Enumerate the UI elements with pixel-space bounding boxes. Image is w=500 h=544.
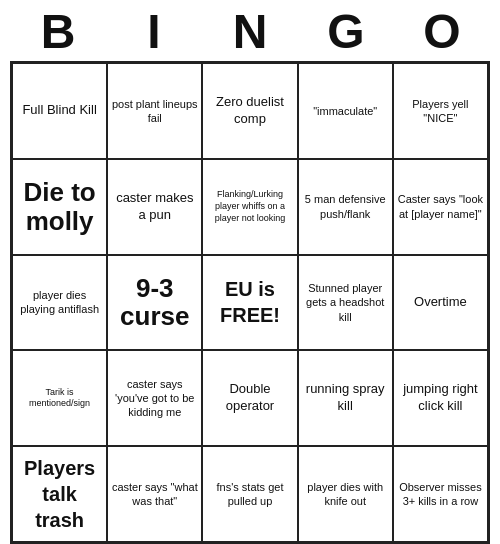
title-i: I [114,4,194,59]
bingo-cell-3: "immaculate" [298,63,393,159]
bingo-title: B I N G O [10,0,490,61]
title-o: O [402,4,482,59]
bingo-cell-1: post plant lineups fail [107,63,202,159]
bingo-cell-14: Overtime [393,255,488,351]
bingo-cell-12: EU is FREE! [202,255,297,351]
bingo-cell-21: caster says "what was that" [107,446,202,542]
bingo-cell-18: running spray kill [298,350,393,446]
bingo-cell-7: Flanking/Lurking player whiffs on a play… [202,159,297,255]
bingo-grid: Full Blind Killpost plant lineups failZe… [10,61,490,544]
bingo-cell-9: Caster says "look at [player name]" [393,159,488,255]
bingo-cell-16: caster says 'you've got to be kidding me [107,350,202,446]
bingo-cell-24: Observer misses 3+ kills in a row [393,446,488,542]
bingo-cell-10: player dies playing antiflash [12,255,107,351]
bingo-cell-4: Players yell "NICE" [393,63,488,159]
bingo-cell-13: Stunned player gets a headshot kill [298,255,393,351]
bingo-cell-15: Tarik is mentioned/sign [12,350,107,446]
bingo-cell-17: Double operator [202,350,297,446]
bingo-cell-6: caster makes a pun [107,159,202,255]
bingo-cell-5: Die to molly [12,159,107,255]
bingo-cell-22: fns's stats get pulled up [202,446,297,542]
bingo-cell-2: Zero duelist comp [202,63,297,159]
bingo-cell-11: 9-3 curse [107,255,202,351]
bingo-cell-19: jumping right click kill [393,350,488,446]
title-g: G [306,4,386,59]
bingo-cell-20: Players talk trash [12,446,107,542]
title-b: B [18,4,98,59]
bingo-cell-23: player dies with knife out [298,446,393,542]
bingo-cell-0: Full Blind Kill [12,63,107,159]
title-n: N [210,4,290,59]
bingo-cell-8: 5 man defensive push/flank [298,159,393,255]
